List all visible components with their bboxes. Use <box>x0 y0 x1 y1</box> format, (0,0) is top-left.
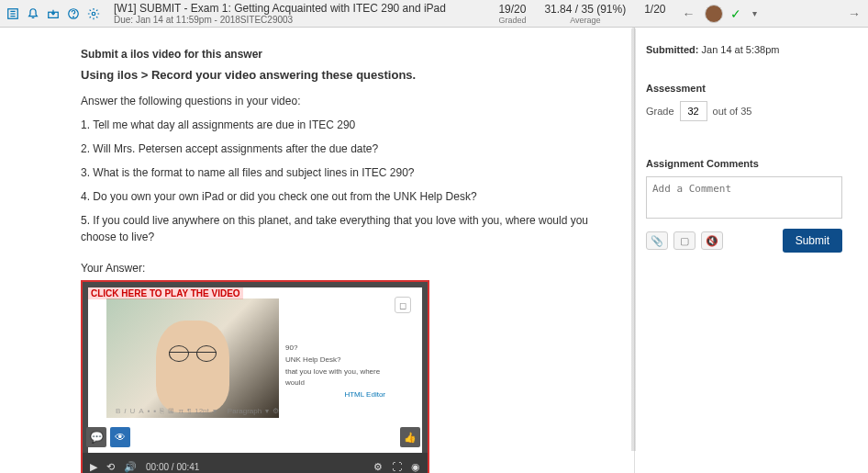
rubric-icon[interactable] <box>6 6 20 21</box>
grade-row: Grade out of 35 <box>646 101 842 121</box>
grade-label: Grade <box>646 106 674 117</box>
question-4: 4. Do you own your own iPad or did you c… <box>81 188 618 205</box>
assessment-heading: Assessment <box>646 83 842 94</box>
fullscreen-icon[interactable]: ⛶ <box>392 461 402 472</box>
video-content: CLICK HERE TO PLAY THE VIDEO ◻ 90? UNK H… <box>88 287 422 473</box>
next-arrow-icon[interactable]: → <box>846 6 862 21</box>
intro-text: Answer the following questions in your v… <box>81 93 618 109</box>
question-5: 5. If you could live anywhere on this pl… <box>81 212 618 245</box>
student-avatar[interactable] <box>705 5 723 23</box>
svg-point-7 <box>73 17 74 17</box>
play-icon[interactable]: ▶ <box>90 461 97 473</box>
thumbs-up-icon[interactable]: 👍 <box>400 427 420 447</box>
prev-arrow-icon[interactable]: ← <box>681 6 697 21</box>
instruction-heading: Using ilos > Record your video answering… <box>81 68 618 82</box>
settings-icon[interactable]: ⚙ <box>373 461 383 473</box>
editor-toolbar: BIUA▪▪⎘⊞π¶12pt▾Paragraph▾⚙ <box>116 407 395 415</box>
assignment-title-block: [W1] SUBMIT - Exam 1: Getting Acquainted… <box>114 2 446 25</box>
comment-icon[interactable]: 💬 <box>86 427 106 447</box>
scrollbar[interactable] <box>631 28 636 473</box>
bell-icon[interactable] <box>26 6 40 21</box>
question-3: 3. What is the format to name all files … <box>81 164 618 181</box>
your-answer-label: Your Answer: <box>81 262 618 275</box>
toolbar-icon-group <box>6 6 101 21</box>
question-1: 1. Tell me what day all assignments are … <box>81 117 618 133</box>
video-action-icons: 💬 👁 <box>86 427 130 447</box>
video-controls: ▶ ⟲ 🔊 00:00 / 00:41 ⚙ ⛶ ◉ <box>83 453 428 473</box>
top-toolbar: [W1] SUBMIT - Exam 1: Getting Acquainted… <box>0 0 868 28</box>
submit-button[interactable]: Submit <box>783 229 842 253</box>
svg-point-8 <box>92 12 95 16</box>
assignment-title: [W1] SUBMIT - Exam 1: Getting Acquainted… <box>114 2 446 15</box>
submitted-info: Submitted: Jan 14 at 5:38pm <box>646 44 842 55</box>
download-icon[interactable] <box>46 6 61 21</box>
average-stat: 31.84 / 35 (91%) Average <box>544 3 626 25</box>
volume-icon[interactable]: 🔊 <box>124 461 137 473</box>
comment-textarea[interactable] <box>646 176 842 219</box>
attach-icon[interactable]: 📎 <box>646 231 668 250</box>
html-editor-link[interactable]: HTML Editor <box>344 390 385 399</box>
bookmark-icon[interactable]: ◻ <box>395 297 411 313</box>
submission-content: Submit a ilos video for this answer Usin… <box>0 28 634 473</box>
media-icon[interactable]: ▢ <box>673 231 696 250</box>
gear-icon[interactable] <box>86 6 101 21</box>
editor-snippet: 90? UNK Help Desk? that you love with yo… <box>285 343 390 389</box>
comment-actions: 📎 ▢ 🔇 Submit <box>646 229 842 253</box>
grade-out-of: out of 35 <box>713 106 752 117</box>
check-icon: ✓ <box>730 6 741 21</box>
eye-icon[interactable]: 👁 <box>110 427 130 447</box>
submit-heading: Submit a ilos video for this answer <box>81 48 618 61</box>
play-overlay-label: CLICK HERE TO PLAY THE VIDEO <box>88 287 243 299</box>
audio-icon[interactable]: 🔇 <box>701 231 723 250</box>
loop-icon[interactable]: ⟲ <box>106 461 115 473</box>
video-player[interactable]: CLICK HERE TO PLAY THE VIDEO ◻ 90? UNK H… <box>81 280 429 473</box>
position-stat: 1/20 <box>644 3 665 25</box>
grading-sidebar: Submitted: Jan 14 at 5:38pm Assessment G… <box>634 28 868 473</box>
video-time: 00:00 / 00:41 <box>146 462 199 472</box>
graded-stat: 19/20 Graded <box>498 3 526 25</box>
comments-heading: Assignment Comments <box>646 158 842 169</box>
stats-group: 19/20 Graded 31.84 / 35 (91%) Average 1/… <box>498 3 665 25</box>
help-icon[interactable] <box>66 6 81 21</box>
assignment-subtitle: Due: Jan 14 at 11:59pm - 2018SITEC29003 <box>114 15 446 25</box>
grade-input[interactable] <box>680 101 707 121</box>
video-thumbnail <box>106 298 279 418</box>
chevron-down-icon[interactable]: ▾ <box>752 8 757 18</box>
more-icon[interactable]: ◉ <box>411 461 420 473</box>
question-2: 2. Will Mrs. Petersen accept assignments… <box>81 141 618 157</box>
student-nav: ← ✓ <box>681 5 741 23</box>
